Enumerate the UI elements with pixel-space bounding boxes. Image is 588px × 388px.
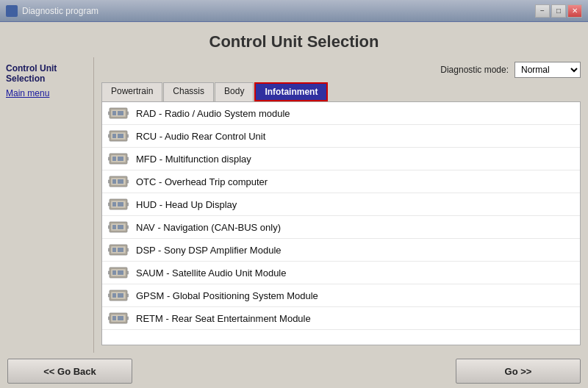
module-icon — [108, 174, 129, 189]
svg-rect-39 — [118, 248, 123, 252]
svg-rect-10 — [108, 134, 110, 137]
module-icon — [108, 197, 129, 212]
svg-rect-11 — [127, 134, 129, 137]
svg-rect-3 — [118, 111, 123, 115]
back-button[interactable]: << Go Back — [7, 359, 132, 384]
svg-rect-16 — [108, 157, 110, 160]
svg-rect-41 — [127, 248, 129, 251]
svg-rect-52 — [108, 294, 110, 297]
tab-body[interactable]: Body — [215, 82, 254, 101]
svg-rect-27 — [118, 202, 123, 206]
title-bar-left: Diagnostic program — [6, 5, 98, 17]
module-icon — [108, 151, 129, 166]
list-item[interactable]: DSP - Sony DSP Amplifier Module — [102, 239, 580, 262]
svg-rect-29 — [127, 203, 129, 206]
svg-rect-9 — [118, 134, 123, 138]
item-label: DSP - Sony DSP Amplifier Module — [136, 245, 282, 256]
module-icon — [108, 220, 129, 234]
window-controls[interactable]: − □ ✕ — [535, 4, 582, 18]
next-button[interactable]: Go >> — [456, 359, 581, 384]
restore-button[interactable]: □ — [551, 4, 566, 18]
svg-rect-56 — [112, 316, 116, 320]
list-item[interactable]: SAUM - Satellite Audio Unit Module — [102, 262, 580, 284]
item-label: RETM - Rear Seat Entertainment Module — [136, 313, 311, 324]
svg-rect-50 — [112, 293, 116, 298]
module-icon — [108, 129, 129, 143]
svg-rect-53 — [127, 294, 129, 297]
diagnostic-mode-select[interactable]: Normal Extended — [514, 62, 581, 78]
sidebar-title: Control Unit Selection — [6, 63, 87, 84]
main-layout: Control Unit Selection Main menu Diagnos… — [0, 57, 588, 353]
page-title: Control Unit Selection — [0, 22, 588, 57]
svg-rect-38 — [112, 248, 116, 252]
list-item[interactable]: HUD - Head Up Display — [102, 193, 580, 216]
title-bar: Diagnostic program − □ ✕ — [0, 0, 588, 22]
tab-strip: Powertrain Chassis Body Infotainment — [101, 82, 581, 101]
svg-rect-20 — [112, 179, 116, 184]
module-icon — [108, 242, 129, 257]
module-list-container[interactable]: RAD - Radio / Audio System module RCU - … — [102, 102, 580, 345]
tab-infotainment[interactable]: Infotainment — [254, 82, 328, 101]
svg-rect-45 — [118, 270, 123, 275]
svg-rect-34 — [108, 226, 110, 229]
tab-chassis[interactable]: Chassis — [163, 82, 214, 101]
content-area: Diagnostic mode: Normal Extended Powertr… — [94, 57, 588, 353]
list-item[interactable]: NAV - Navigation (CAN-BUS only) — [102, 216, 580, 239]
item-label: OTC - Overhead Trip computer — [136, 176, 268, 187]
svg-rect-47 — [127, 271, 129, 274]
list-item[interactable]: GPSM - Global Positioning System Module — [102, 284, 580, 307]
module-icon — [108, 106, 129, 121]
window-title: Diagnostic program — [22, 6, 98, 16]
module-icon — [108, 288, 129, 303]
svg-rect-4 — [108, 112, 110, 115]
diagnostic-mode-label: Diagnostic mode: — [440, 65, 509, 75]
svg-rect-35 — [127, 226, 129, 229]
module-list-panel: RAD - Radio / Audio System module RCU - … — [101, 101, 581, 345]
list-item[interactable]: RCU - Audio Rear Control Unit — [102, 125, 580, 148]
bottom-bar: << Go Back Go >> — [0, 353, 588, 388]
list-item[interactable]: RAD - Radio / Audio System module — [102, 102, 580, 125]
module-icon — [108, 311, 129, 326]
svg-rect-15 — [118, 157, 123, 161]
svg-rect-22 — [108, 180, 110, 183]
list-item[interactable]: RETM - Rear Seat Entertainment Module — [102, 307, 580, 330]
svg-rect-57 — [118, 316, 123, 320]
module-icon — [108, 265, 129, 280]
item-label: RCU - Audio Rear Control Unit — [136, 131, 265, 142]
svg-rect-59 — [127, 317, 129, 320]
svg-rect-23 — [127, 180, 129, 183]
svg-rect-26 — [112, 202, 116, 206]
svg-rect-14 — [112, 157, 116, 161]
close-button[interactable]: ✕ — [567, 4, 582, 18]
app-icon — [6, 5, 18, 17]
svg-rect-46 — [108, 271, 110, 274]
diagnostic-mode-row: Diagnostic mode: Normal Extended — [101, 62, 581, 78]
svg-rect-8 — [112, 134, 116, 138]
item-label: HUD - Head Up Display — [136, 199, 237, 210]
svg-rect-33 — [118, 225, 123, 229]
item-label: GPSM - Global Positioning System Module — [136, 290, 318, 301]
list-item[interactable]: OTC - Overhead Trip computer — [102, 170, 580, 193]
main-menu-link[interactable]: Main menu — [6, 88, 87, 98]
item-label: RAD - Radio / Audio System module — [136, 108, 290, 119]
svg-rect-28 — [108, 203, 110, 206]
svg-rect-58 — [108, 317, 110, 320]
item-label: MFD - Multifunction display — [136, 154, 251, 165]
window-content: Control Unit Selection Control Unit Sele… — [0, 22, 588, 388]
list-item[interactable]: MFD - Multifunction display — [102, 148, 580, 170]
svg-rect-44 — [112, 270, 116, 275]
svg-rect-40 — [108, 248, 110, 251]
item-label: SAUM - Satellite Audio Unit Module — [136, 267, 286, 279]
tab-powertrain[interactable]: Powertrain — [101, 82, 162, 101]
svg-rect-5 — [127, 112, 129, 115]
svg-rect-51 — [118, 293, 123, 298]
minimize-button[interactable]: − — [535, 4, 550, 18]
svg-rect-2 — [112, 111, 116, 115]
item-label: NAV - Navigation (CAN-BUS only) — [136, 222, 281, 233]
svg-rect-21 — [118, 179, 123, 184]
svg-rect-32 — [112, 225, 116, 229]
sidebar: Control Unit Selection Main menu — [0, 57, 94, 353]
svg-rect-17 — [127, 157, 129, 160]
